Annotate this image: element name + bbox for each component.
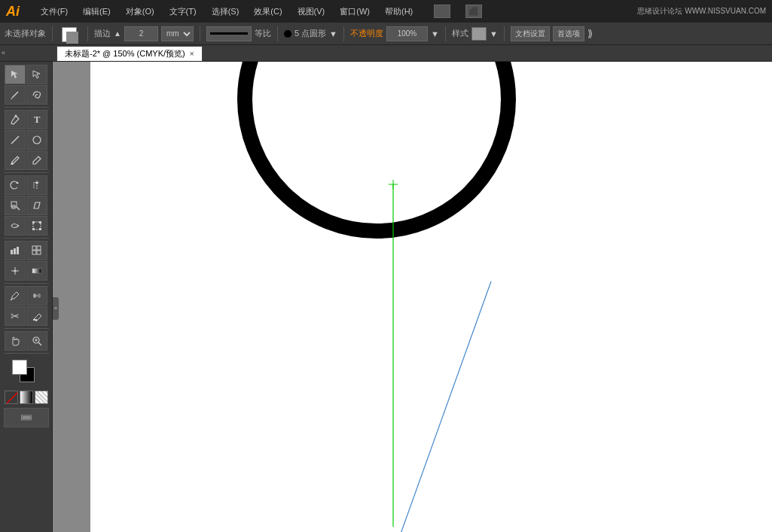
stroke-up-arrow[interactable]: ▲ [114,29,121,38]
svg-rect-15 [39,228,41,230]
svg-point-5 [11,163,14,165]
tool-warp[interactable] [5,216,26,236]
stroke-line-preview[interactable] [206,26,252,41]
doc-settings-button[interactable]: 文档设置 [511,26,550,41]
stroke-color-area[interactable] [59,24,81,44]
none-swatch[interactable] [5,391,18,404]
menu-object[interactable]: 对象(O) [126,6,154,17]
style-dropdown-icon[interactable]: ▼ [490,29,498,38]
tool-sep-3 [4,238,49,239]
opacity-input[interactable] [386,26,428,41]
tool-row-13 [5,331,47,351]
tool-zoom[interactable] [26,331,47,351]
svg-line-27 [11,299,12,300]
screen-mode-row [4,408,49,427]
svg-line-3 [11,136,19,144]
tool-magic-wand[interactable] [5,85,26,105]
prefs-button[interactable]: 首选项 [553,26,584,41]
tool-select[interactable] [5,65,26,84]
toolbar-sep-2 [87,26,88,41]
toolbox: T [0,62,53,532]
tool-reflect[interactable] [26,175,47,195]
point-label: 5 点圆形 [294,28,326,39]
svg-line-33 [38,342,41,345]
pattern-swatch[interactable] [35,391,48,404]
menu-edit[interactable]: 编辑(E) [83,6,111,17]
opacity-dropdown-icon[interactable]: ▼ [431,29,439,38]
screen-mode-normal[interactable] [4,408,49,427]
stroke-unit-select[interactable]: mm pt px [161,26,194,41]
tab-close-icon[interactable]: × [190,50,194,58]
point-dot [284,30,291,38]
tool-blend[interactable] [26,286,47,306]
tool-row-6 [5,175,47,195]
tool-column-graph[interactable] [26,241,47,260]
gradient-swatch[interactable] [20,391,33,404]
svg-line-36 [7,393,17,403]
tool-pen[interactable] [5,110,26,129]
svg-point-28 [33,293,36,298]
tool-row-10 [5,261,47,281]
app-logo: Ai [6,4,20,20]
tool-row-1 [5,65,47,84]
tool-lasso[interactable] [26,85,47,105]
tool-scissors[interactable]: ✂ [5,306,26,326]
menu-help[interactable]: 帮助(H) [385,6,413,17]
menu-effect[interactable]: 效果(C) [254,6,282,17]
tab-document[interactable]: 未标题-2* @ 150% (CMYK/预览) × [56,46,203,61]
tool-graph[interactable] [5,241,26,260]
tool-mesh[interactable] [5,261,26,281]
canvas-area[interactable]: « D: 323.82 pt 252° [53,62,772,532]
svg-rect-38 [22,416,30,419]
color-swatch-container[interactable] [11,358,42,388]
svg-rect-18 [17,247,19,254]
panel-collapse-handle[interactable]: « [53,297,59,320]
style-swatch[interactable] [471,27,487,41]
svg-marker-1 [11,98,12,99]
tool-brush[interactable] [5,150,26,170]
tool-scale[interactable] [5,196,26,215]
stroke-value-input[interactable] [124,26,158,41]
tab-collapse-icon[interactable]: « [2,49,5,56]
menu-view[interactable]: 视图(V) [298,6,325,17]
tab-label: 未标题-2* @ 150% (CMYK/预览) [65,48,185,59]
tool-type[interactable]: T [26,110,47,129]
tool-eraser[interactable] [26,306,47,326]
tool-free-transform[interactable] [26,216,47,236]
stroke-color-swatch[interactable] [66,32,78,44]
app-icon-1[interactable] [434,5,450,18]
foreground-color-swatch[interactable] [12,360,27,375]
opacity-label: 不透明度 [350,28,383,39]
menu-type[interactable]: 文字(T) [169,6,197,17]
tool-row-9 [5,241,47,260]
tab-collapse-area: « [0,44,7,61]
mini-color-row [5,391,48,404]
tool-pencil[interactable] [26,150,47,170]
tool-direct-select[interactable] [26,65,47,84]
tool-gradient[interactable] [26,261,47,281]
tool-eyedropper[interactable] [5,286,26,306]
app-icon-2[interactable]: ⬛ [465,5,482,18]
svg-rect-19 [32,246,36,250]
menu-file[interactable]: 文件(F) [41,6,68,17]
menu-select[interactable]: 选择(S) [212,6,240,17]
point-dropdown-icon[interactable]: ▼ [329,29,337,38]
tool-row-11 [5,286,47,306]
tool-ellipse[interactable] [26,130,47,150]
svg-rect-26 [32,269,41,273]
tool-rotate[interactable] [5,175,26,195]
svg-line-10 [17,207,20,210]
menu-window[interactable]: 窗口(W) [340,6,370,17]
panel-toggle-icon[interactable]: ⟫ [587,28,593,39]
circle-shape[interactable] [245,62,508,231]
tool-row-3: T [5,110,47,129]
svg-rect-14 [32,228,35,230]
tool-hand[interactable] [5,331,26,351]
svg-rect-22 [37,251,41,254]
toolbar-sep-1 [52,26,53,41]
tool-line[interactable] [5,130,26,150]
svg-rect-31 [33,319,37,321]
svg-point-2 [15,115,17,117]
tool-shear[interactable] [26,196,47,215]
svg-rect-12 [32,221,35,223]
